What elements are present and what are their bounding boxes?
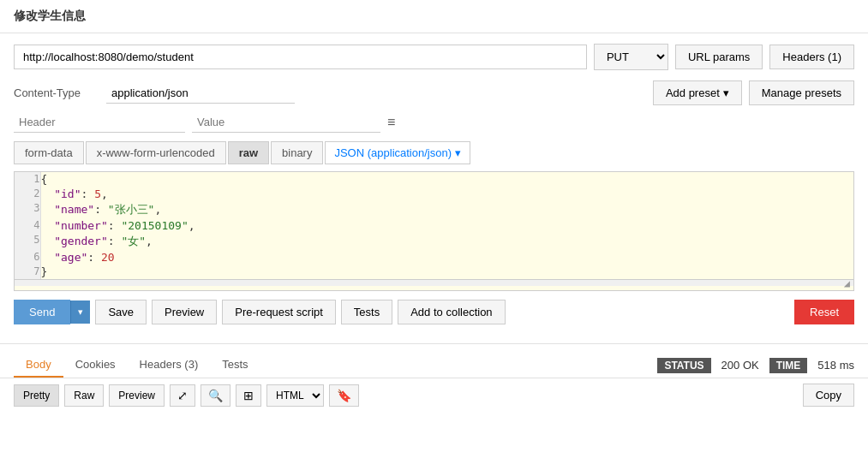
resp-tab-tests[interactable]: Tests: [210, 353, 260, 378]
resp-tab-body[interactable]: Body: [14, 353, 63, 378]
response-tabs: Body Cookies Headers (3) Tests STATUS 20…: [0, 353, 868, 378]
resp-tab-headers[interactable]: Headers (3): [128, 353, 211, 378]
code-content: "age": 20: [40, 250, 853, 265]
code-content: "name": "张小三",: [40, 201, 853, 218]
resp-tab-cookies[interactable]: Cookies: [63, 353, 128, 378]
line-number: 2: [15, 187, 40, 201]
code-line-row: 1{: [15, 172, 853, 187]
code-content: "gender": "女",: [40, 233, 853, 250]
bookmark-icon-button[interactable]: 🔖: [329, 384, 359, 407]
line-number: 1: [15, 172, 40, 187]
send-button[interactable]: Send: [14, 300, 70, 324]
code-line-row: 3 "name": "张小三",: [15, 201, 853, 218]
method-selector[interactable]: PUT GET POST DELETE PATCH: [594, 44, 668, 70]
line-number: 3: [15, 201, 40, 218]
method-dropdown[interactable]: PUT GET POST DELETE PATCH: [595, 45, 667, 69]
headers-button[interactable]: Headers (1): [769, 45, 854, 69]
add-to-collection-button[interactable]: Add to collection: [398, 300, 505, 324]
code-line-row: 2 "id": 5,: [15, 187, 853, 201]
code-content: }: [40, 265, 853, 279]
code-line-row: 6 "age": 20: [15, 250, 853, 265]
line-number: 5: [15, 233, 40, 250]
content-type-input[interactable]: [106, 83, 295, 104]
resize-handle[interactable]: ◢: [15, 279, 853, 286]
response-toolbar: Pretty Raw Preview ⤢ 🔍 ⊞ HTML JSON XML T…: [0, 378, 868, 412]
add-preset-button[interactable]: Add preset ▾: [653, 80, 742, 105]
time-badge: TIME: [769, 358, 808, 373]
code-line-row: 7}: [15, 265, 853, 279]
raw-button[interactable]: Raw: [64, 384, 104, 407]
value-field-input[interactable]: [192, 112, 380, 133]
time-value: 518 ms: [817, 359, 854, 372]
line-number: 7: [15, 265, 40, 279]
menu-icon[interactable]: ≡: [387, 115, 395, 130]
line-number: 6: [15, 250, 40, 265]
pre-request-script-button[interactable]: Pre-request script: [222, 300, 336, 324]
line-number: 4: [15, 218, 40, 233]
response-preview-button[interactable]: Preview: [109, 384, 165, 407]
content-type-row: Content-Type Add preset ▾ Manage presets: [14, 80, 854, 105]
header-field-input[interactable]: [14, 112, 185, 133]
json-type-button[interactable]: JSON (application/json) ▾: [325, 141, 470, 164]
reset-button[interactable]: Reset: [794, 300, 854, 324]
code-content: {: [40, 172, 853, 187]
body-tabs: form-data x-www-form-urlencoded raw bina…: [14, 141, 854, 164]
tab-form-data[interactable]: form-data: [14, 141, 84, 164]
tests-button[interactable]: Tests: [341, 300, 392, 324]
divider: [0, 343, 868, 344]
send-dropdown-arrow[interactable]: ▾: [70, 300, 90, 324]
response-section: Body Cookies Headers (3) Tests STATUS 20…: [0, 353, 868, 412]
code-line-row: 4 "number": "20150109",: [15, 218, 853, 233]
copy-button[interactable]: Copy: [803, 384, 854, 407]
status-badge: STATUS: [657, 358, 710, 373]
header-input-row: ≡: [14, 112, 854, 133]
tab-raw[interactable]: raw: [228, 141, 269, 164]
content-type-label: Content-Type: [14, 86, 99, 99]
url-input[interactable]: [14, 45, 587, 69]
preview-button[interactable]: Preview: [152, 300, 217, 324]
action-row: Send ▾ Save Preview Pre-request script T…: [14, 300, 854, 324]
url-row: PUT GET POST DELETE PATCH URL params Hea…: [14, 44, 854, 70]
tab-binary[interactable]: binary: [271, 141, 323, 164]
url-params-button[interactable]: URL params: [675, 45, 763, 69]
code-editor[interactable]: 1{2 "id": 5,3 "name": "张小三",4 "number": …: [14, 171, 854, 291]
manage-presets-button[interactable]: Manage presets: [749, 80, 854, 105]
filter-icon-button[interactable]: ⊞: [236, 384, 261, 407]
resize-corner-icon: ◢: [844, 277, 850, 289]
code-content: "number": "20150109",: [40, 218, 853, 233]
status-value: 200 OK: [721, 359, 759, 372]
send-button-group: Send ▾: [14, 300, 90, 324]
page-title: 修改学生信息: [0, 0, 868, 33]
code-line-row: 5 "gender": "女",: [15, 233, 853, 250]
tab-urlencoded[interactable]: x-www-form-urlencoded: [86, 141, 226, 164]
code-content: "id": 5,: [40, 187, 853, 201]
search-icon-button[interactable]: 🔍: [201, 384, 230, 407]
pretty-button[interactable]: Pretty: [14, 384, 59, 407]
expand-icon-button[interactable]: ⤢: [170, 384, 195, 407]
format-select[interactable]: HTML JSON XML Text: [266, 384, 324, 407]
save-button[interactable]: Save: [95, 300, 147, 324]
